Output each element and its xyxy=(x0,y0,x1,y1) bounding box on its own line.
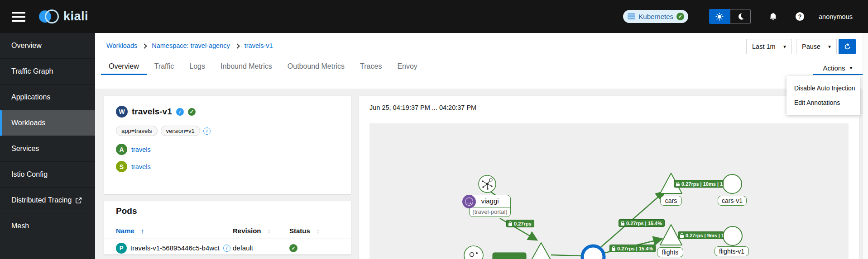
sidebar-item-mesh[interactable]: Mesh xyxy=(0,213,95,239)
edge-label: 0.27rps xyxy=(506,220,534,227)
graph-node-travels-service[interactable] xyxy=(531,243,551,259)
edge-label: 0.27rps | 10ms | 10 xyxy=(674,180,724,188)
sort-icon: ↕ xyxy=(268,227,271,235)
duration-select[interactable]: Last 1m ▾ xyxy=(746,39,792,54)
info-icon[interactable]: i xyxy=(203,127,211,135)
graph-label-flights-v1[interactable]: flights-v1 xyxy=(715,246,749,256)
mtls-lock-icon xyxy=(508,223,512,226)
health-ok-icon[interactable]: ✓ xyxy=(188,108,196,116)
workload-badge: W xyxy=(116,106,128,118)
notifications-button[interactable] xyxy=(769,12,777,21)
column-header-revision[interactable]: Revision ↕ xyxy=(233,227,289,235)
edge-label: 0.27rps | 9ms | 10 xyxy=(678,231,724,239)
sort-ascending-icon: ↑ xyxy=(141,227,144,235)
pods-card: Pods Name ↑ Revision ↕ Status ↕ xyxy=(104,201,351,254)
graph-time-range: Jun 25, 04:19:37 PM ... 04:20:37 PM xyxy=(369,104,849,111)
sidebar-item-overview[interactable]: Overview xyxy=(0,33,95,59)
service-badge: S xyxy=(116,161,127,172)
pod-status-ok-icon: ✓ xyxy=(289,244,297,252)
tab-traces[interactable]: Traces xyxy=(352,59,389,75)
graph-node-travels-v1-selected[interactable] xyxy=(582,246,604,259)
tab-envoy[interactable]: Envoy xyxy=(389,59,425,75)
cluster-badge[interactable]: Kubernetes ✓ xyxy=(623,10,688,23)
sidebar-item-workloads[interactable]: Workloads xyxy=(0,110,95,136)
sidebar-nav: Overview Traffic Graph Applications Work… xyxy=(0,33,95,259)
tab-outbound-metrics[interactable]: Outbound Metrics xyxy=(280,59,352,75)
column-header-status[interactable]: Status ↕ xyxy=(289,227,339,235)
hamburger-menu-icon[interactable] xyxy=(12,12,25,22)
label-pill: version=v1 xyxy=(161,126,200,136)
service-link[interactable]: travels xyxy=(131,163,151,170)
edge-label: 0.27rps | 15.4% xyxy=(609,245,656,252)
workload-summary-card: W travels-v1 i ✓ app=travels version=v1 … xyxy=(104,96,351,194)
kiali-logo[interactable]: kiali xyxy=(39,9,88,24)
mtls-lock-icon xyxy=(680,235,684,238)
sidebar-item-applications[interactable]: Applications xyxy=(0,85,95,110)
chevron-right-icon xyxy=(142,43,147,48)
cluster-name: Kubernetes xyxy=(638,13,673,20)
tab-logs[interactable]: Logs xyxy=(182,59,213,75)
breadcrumb-workloads[interactable]: Workloads xyxy=(106,42,137,49)
sidebar-item-services[interactable]: Services xyxy=(0,136,95,162)
caret-down-icon: ▾ xyxy=(850,65,853,71)
breadcrumb: Workloads Namespace: travel-agency trave… xyxy=(106,42,273,49)
tab-traffic[interactable]: Traffic xyxy=(147,59,182,75)
graph-edges-and-nodes xyxy=(369,123,849,259)
caret-down-icon: ▾ xyxy=(828,43,831,50)
menu-item-disable-auto-injection[interactable]: Disable Auto Injection xyxy=(786,81,860,95)
mtls-lock-icon xyxy=(612,248,615,251)
sort-icon: ↕ xyxy=(317,227,320,235)
mtls-lock-icon xyxy=(676,184,680,186)
pod-badge: P xyxy=(116,243,127,254)
edge xyxy=(551,255,581,256)
external-link-icon xyxy=(76,197,82,203)
menu-item-edit-annotations[interactable]: Edit Annotations xyxy=(786,95,860,110)
workload-name: travels-v1 xyxy=(132,107,172,117)
refresh-interval-select[interactable]: Pause ▾ xyxy=(796,39,837,54)
graph-node-cars-v1[interactable] xyxy=(723,174,742,193)
tab-bar: Overview Traffic Logs Inbound Metrics Ou… xyxy=(101,59,425,75)
refresh-button[interactable] xyxy=(839,39,856,54)
mini-traffic-graph[interactable]: 0.27rps | 10ms | 10 0.27rps | 9ms | 10 v… xyxy=(369,123,849,259)
tab-overview[interactable]: Overview xyxy=(101,59,147,75)
column-header-name[interactable]: Name ↑ xyxy=(116,227,233,235)
logo-circle-outline xyxy=(45,9,59,24)
breadcrumb-namespace[interactable]: Namespace: travel-agency xyxy=(152,42,230,49)
info-icon[interactable]: i xyxy=(223,245,230,252)
app-link[interactable]: travels xyxy=(131,146,151,153)
graph-card: Jun 25, 04:19:37 PM ... 04:20:37 PM xyxy=(359,96,859,259)
graph-node-mesh[interactable] xyxy=(479,175,496,193)
graph-node-viaggi[interactable]: viaggi (travel-portal) xyxy=(469,195,511,217)
info-icon[interactable]: i xyxy=(176,108,184,116)
breadcrumb-workload-name[interactable]: travels-v1 xyxy=(245,42,273,49)
sidebar-item-distributed-tracing[interactable]: Distributed Tracing xyxy=(0,188,95,213)
moon-icon xyxy=(737,13,744,20)
sun-icon xyxy=(715,13,724,21)
help-button[interactable]: ? xyxy=(796,12,804,21)
graph-node-gateway[interactable] xyxy=(464,246,483,259)
tab-inbound-metrics[interactable]: Inbound Metrics xyxy=(213,59,280,75)
graph-node-flights-v1[interactable] xyxy=(723,226,742,245)
mtls-lock-icon xyxy=(621,223,624,226)
pod-table-row: P travels-v1-56895446c5-b4wct i default … xyxy=(104,239,351,257)
graph-label-cars-v1[interactable]: cars-v1 xyxy=(718,196,747,206)
kiali-app: kiali Kubernetes ✓ ? anonymo xyxy=(0,0,868,259)
graph-label-cars[interactable]: cars xyxy=(660,196,682,206)
pods-table: Name ↑ Revision ↕ Status ↕ P tra xyxy=(104,222,351,257)
arrow-right-icon: → xyxy=(465,198,473,206)
chevron-right-icon xyxy=(235,43,240,48)
graph-label-flights[interactable]: flights xyxy=(657,247,683,257)
scrollbar[interactable] xyxy=(863,33,868,259)
pod-name: travels-v1-56895446c5-b4wct xyxy=(130,244,220,252)
sidebar-item-traffic-graph[interactable]: Traffic Graph xyxy=(0,59,95,85)
pod-revision: default xyxy=(233,244,289,252)
actions-dropdown-toggle[interactable]: Actions ▾ xyxy=(813,61,863,75)
viaggi-namespace-label: (travel-portal) xyxy=(470,207,510,217)
masthead: kiali Kubernetes ✓ ? anonymo xyxy=(0,0,868,33)
user-menu[interactable]: anonymous xyxy=(819,13,853,20)
theme-toggle xyxy=(709,9,751,24)
light-theme-button[interactable] xyxy=(709,9,730,24)
dark-theme-button[interactable] xyxy=(730,9,751,24)
app-badge: A xyxy=(116,144,127,155)
sidebar-item-istio-config[interactable]: Istio Config xyxy=(0,162,95,188)
